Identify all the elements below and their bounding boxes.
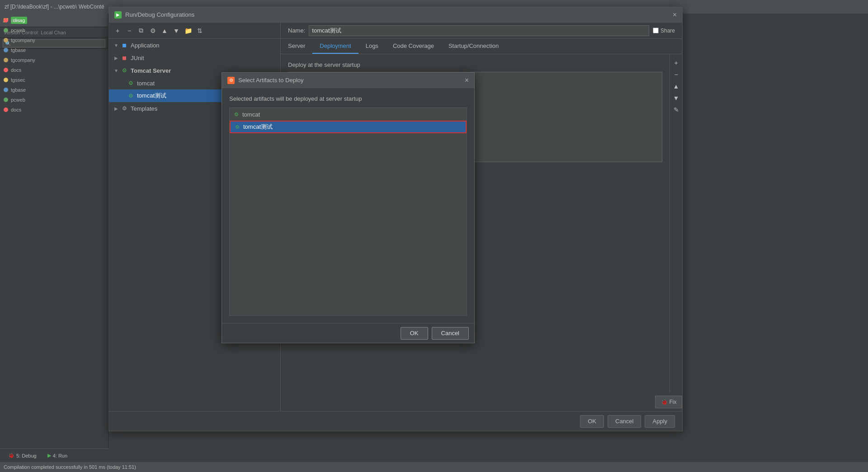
expand-icon: ▶ (113, 105, 120, 112)
expand-icon: ▼ (113, 67, 120, 74)
artifact-item-tomcat[interactable]: ⚙ tomcat (230, 108, 467, 121)
sort-button[interactable]: ⇅ (195, 26, 205, 36)
run-debug-title: Run/Debug Configurations (125, 11, 194, 18)
tab-deployment[interactable]: Deployment (312, 39, 358, 54)
git-dot (4, 48, 8, 52)
git-item[interactable]: tgbase (0, 45, 108, 55)
artifacts-desc: Selected artifacts will be deployed at s… (229, 95, 467, 102)
git-dot (4, 107, 8, 112)
config-toolbar: + − ⧉ ⚙ ▲ ▼ 📁 ⇅ (109, 23, 280, 39)
artifacts-icon: ⚙ (227, 77, 235, 84)
sidebar-minus-button[interactable]: − (671, 70, 681, 79)
git-dot (4, 68, 8, 72)
git-dot (4, 88, 8, 92)
git-branch-label: docs (11, 67, 21, 73)
tab-logs[interactable]: Logs (359, 39, 386, 54)
share-checkbox-container: Share (653, 28, 675, 34)
git-item[interactable]: docs (0, 65, 108, 75)
git-item[interactable]: pcweb (0, 25, 108, 35)
tree-item-junit[interactable]: ▶ ◼ JUnit (109, 51, 280, 64)
tree-label-junit: JUnit (131, 55, 144, 61)
artifacts-list: ⚙ tomcat ⚙ tomcat测试 (229, 107, 467, 316)
tab-code-coverage[interactable]: Code Coverage (386, 39, 441, 54)
fix-label: Fix (670, 399, 677, 405)
artifact-tomcat-test-label: tomcat测试 (243, 123, 273, 131)
settings-config-button[interactable]: ⚙ (148, 26, 158, 36)
run-tab[interactable]: ▶ 4: Run (43, 450, 72, 462)
sidebar-scroll-up-button[interactable]: ▲ (671, 81, 681, 91)
git-item[interactable]: tgbase (0, 85, 108, 95)
fix-button[interactable]: 🐞 Fix (655, 396, 682, 408)
git-branch-label: pcweb (11, 28, 25, 33)
apply-button[interactable]: Apply (645, 415, 675, 428)
git-branch-label: tgcompany (11, 57, 35, 63)
artifacts-ok-button[interactable]: OK (401, 327, 428, 340)
sidebar-edit-button[interactable]: ✎ (671, 105, 681, 115)
status-bar: Compilation completed successfully in 50… (0, 462, 868, 472)
tomcat-server-icon: ⚙ (121, 67, 128, 74)
bottom-tabs: 🐞 5: Debug ▶ 4: Run (0, 449, 108, 462)
left-panel: 📁 disag Version Control: Local Chan docs… (0, 14, 108, 472)
tree-label-tomcat-server: Tomcat Server (131, 67, 171, 74)
git-dot (4, 28, 8, 33)
git-branch-label: tgssec (11, 77, 25, 83)
tab-server[interactable]: Server (281, 39, 312, 54)
tree-label-templates: Templates (131, 105, 157, 112)
run-debug-footer: OK Cancel Apply (109, 411, 682, 431)
move-up-button[interactable]: ▲ (160, 26, 170, 36)
git-item[interactable]: docs (0, 15, 108, 25)
move-down-button[interactable]: ▼ (171, 26, 181, 36)
artifacts-title: Select Artifacts to Deploy (238, 77, 304, 84)
fix-icon: 🐞 (661, 399, 668, 405)
copy-config-button[interactable]: ⧉ (136, 26, 146, 36)
tree-label-tomcat-test: tomcat测试 (137, 92, 166, 100)
tree-item-application[interactable]: ▼ ◼ Application (109, 39, 280, 51)
run-debug-titlebar: ▶ Run/Debug Configurations × (109, 7, 682, 23)
artifacts-close-button[interactable]: × (465, 76, 469, 84)
add-config-button[interactable]: + (113, 26, 123, 36)
tab-startup[interactable]: Startup/Connection (441, 39, 506, 54)
folder-button[interactable]: 📁 (183, 26, 193, 36)
expand-icon: ▼ (113, 42, 120, 49)
git-branch-label: tgbase (11, 87, 26, 93)
cancel-button[interactable]: Cancel (608, 415, 641, 428)
run-debug-icon: ▶ (114, 11, 122, 19)
git-branch-label: pcweb (11, 97, 25, 103)
git-item[interactable]: tgcompany (0, 55, 108, 65)
remove-config-button[interactable]: − (124, 26, 134, 36)
ok-button[interactable]: OK (580, 415, 604, 428)
templates-icon: ⚙ (121, 105, 128, 112)
git-dot (4, 78, 8, 82)
config-name-input[interactable] (309, 25, 649, 36)
artifact-tomcat-icon: ⚙ (233, 111, 240, 117)
sidebar-plus-button[interactable]: + (671, 58, 681, 68)
git-branch-label: tgbase (11, 47, 26, 53)
git-items-container: docs pcweb tgcompany tgbase tgcompany do… (0, 14, 108, 117)
git-item[interactable]: pcweb (0, 95, 108, 105)
git-dot (4, 58, 8, 62)
sidebar-scroll-down-button[interactable]: ▼ (671, 93, 681, 103)
debug-tab[interactable]: 🐞 5: Debug (4, 450, 41, 462)
debug-label: 5: Debug (16, 453, 37, 458)
run-debug-close-button[interactable]: × (673, 11, 677, 19)
git-item[interactable]: docs (0, 105, 108, 115)
name-label: Name: (288, 27, 305, 34)
expand-icon: ▶ (113, 54, 120, 61)
fix-row: 🐞 Fix (281, 393, 682, 411)
git-log: docs pcweb tgcompany tgbase tgcompany do… (0, 14, 108, 449)
run-label: 4: Run (53, 453, 67, 458)
deploy-label: Deploy at the server startup (288, 61, 662, 68)
artifact-item-tomcat-test[interactable]: ⚙ tomcat测试 (230, 121, 467, 133)
tree-label-tomcat: tomcat (137, 80, 155, 87)
tomcat-test-icon: ⚙ (127, 92, 134, 99)
git-item[interactable]: tgssec (0, 75, 108, 85)
git-item[interactable]: tgcompany (0, 35, 108, 45)
git-dot (4, 18, 8, 23)
artifacts-cancel-button[interactable]: Cancel (432, 327, 469, 340)
artifacts-dialog: ⚙ Select Artifacts to Deploy × Selected … (222, 72, 475, 343)
debug-icon: 🐞 (8, 453, 14, 458)
share-checkbox[interactable] (653, 28, 659, 33)
git-branch-label: docs (11, 107, 21, 112)
config-tabs: Server Deployment Logs Code Coverage Sta… (281, 39, 682, 54)
ide-title-suffix: WebConté (79, 4, 104, 10)
